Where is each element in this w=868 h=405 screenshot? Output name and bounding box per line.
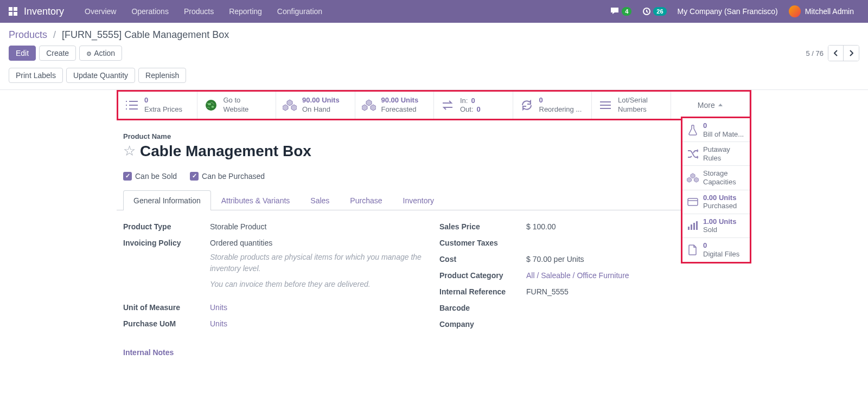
drop-putaway[interactable]: PutawayRules bbox=[682, 142, 750, 166]
drop-digital[interactable]: 0Digital Files bbox=[682, 238, 750, 262]
svg-rect-3 bbox=[14, 12, 17, 16]
tab-general-information[interactable]: General Information bbox=[123, 190, 211, 210]
tab-attributes-variants[interactable]: Attributes & Variants bbox=[211, 190, 301, 210]
user-name: Mitchell Admin bbox=[805, 7, 854, 16]
svg-point-6 bbox=[208, 103, 211, 105]
stat-button-row: 0Extra Prices Go toWebsite 90.00 UnitsOn… bbox=[117, 90, 751, 120]
list-icon bbox=[125, 98, 139, 112]
cubes-icon bbox=[362, 98, 376, 112]
stat-extra-prices[interactable]: 0Extra Prices bbox=[118, 92, 197, 119]
form-col-left: Product Type Storable Product Invoicing … bbox=[123, 222, 439, 336]
caret-up-icon bbox=[718, 104, 723, 106]
messages-button[interactable]: 4 bbox=[605, 0, 637, 23]
messages-badge: 4 bbox=[622, 7, 631, 16]
tab-inventory[interactable]: Inventory bbox=[393, 190, 445, 210]
stat-in-out[interactable]: In:0 Out:0 bbox=[434, 92, 513, 119]
svg-rect-1 bbox=[14, 7, 17, 11]
drop-bom[interactable]: 0Bill of Mate... bbox=[682, 118, 750, 142]
stat-website[interactable]: Go toWebsite bbox=[197, 92, 277, 119]
nav-products[interactable]: Products bbox=[176, 0, 221, 23]
tab-sales[interactable]: Sales bbox=[300, 190, 340, 210]
stat-forecasted[interactable]: 90.00 UnitsForecasted bbox=[355, 92, 435, 119]
stat-more[interactable]: More bbox=[671, 92, 750, 119]
file-icon bbox=[687, 244, 699, 256]
svg-rect-8 bbox=[688, 198, 698, 205]
svg-rect-0 bbox=[9, 7, 12, 11]
form-header: Product Name ☆ Cable Management Box bbox=[117, 120, 751, 164]
nav-overview[interactable]: Overview bbox=[77, 0, 124, 23]
drop-sold[interactable]: 1.00 UnitsSold bbox=[682, 214, 750, 238]
check-icon: ✓ bbox=[123, 172, 132, 181]
stat-on-hand[interactable]: 90.00 UnitsOn Hand bbox=[276, 92, 355, 119]
check-icon: ✓ bbox=[190, 172, 199, 181]
stat-lot-serial[interactable]: Lot/SerialNumbers bbox=[592, 92, 671, 119]
top-nav: Inventory Overview Operations Products R… bbox=[0, 0, 868, 23]
svg-point-7 bbox=[211, 106, 214, 108]
crumb-sep: / bbox=[53, 29, 56, 40]
pager-buttons bbox=[828, 45, 859, 61]
activities-button[interactable]: 26 bbox=[637, 0, 672, 23]
company-switcher[interactable]: My Company (San Francisco) bbox=[672, 0, 783, 23]
form-sheet: 0Extra Prices Go toWebsite 90.00 UnitsOn… bbox=[117, 90, 751, 368]
user-menu[interactable]: Mitchell Admin bbox=[783, 0, 859, 23]
chart-icon bbox=[687, 220, 699, 232]
drop-storage[interactable]: StorageCapacities bbox=[682, 166, 750, 190]
create-button[interactable]: Create bbox=[39, 46, 76, 61]
pager[interactable]: 5 / 76 bbox=[806, 49, 824, 57]
svg-rect-12 bbox=[696, 221, 698, 230]
form-body: Product Type Storable Product Invoicing … bbox=[117, 210, 751, 348]
update-qty-button[interactable]: Update Quantity bbox=[66, 68, 135, 83]
can-be-purchased-checkbox[interactable]: ✓Can be Purchased bbox=[190, 172, 265, 181]
apps-icon[interactable] bbox=[9, 7, 17, 16]
nav-operations[interactable]: Operations bbox=[124, 0, 176, 23]
field-uom: Unit of Measure Units bbox=[123, 303, 429, 312]
refresh-icon bbox=[520, 98, 534, 112]
shuffle-icon bbox=[687, 148, 699, 160]
tab-bar: General Information Attributes & Variant… bbox=[117, 190, 751, 210]
crumb-current: [FURN_5555] Cable Management Box bbox=[62, 29, 229, 40]
can-be-sold-checkbox[interactable]: ✓Can be Sold bbox=[123, 172, 177, 181]
pager-prev[interactable] bbox=[828, 46, 844, 61]
stat-more-dropdown: 0Bill of Mate... PutawayRules StorageCap… bbox=[681, 117, 751, 263]
internal-notes-header: Internal Notes bbox=[117, 348, 751, 368]
field-barcode: Barcode bbox=[439, 304, 745, 312]
cubes-icon bbox=[283, 98, 297, 112]
product-title: Cable Management Box bbox=[140, 143, 311, 160]
field-category: Product CategoryAll / Saleable / Office … bbox=[439, 271, 745, 280]
svg-rect-10 bbox=[691, 224, 692, 230]
field-internal-ref: Internal ReferenceFURN_5555 bbox=[439, 287, 745, 296]
favorite-star[interactable]: ☆ bbox=[123, 143, 136, 159]
svg-rect-11 bbox=[693, 223, 695, 230]
avatar bbox=[789, 5, 801, 17]
print-labels-button[interactable]: Print Labels bbox=[9, 68, 63, 83]
app-brand[interactable]: Inventory bbox=[24, 6, 64, 17]
edit-button[interactable]: Edit bbox=[9, 46, 36, 61]
drop-purchased[interactable]: 0.00 UnitsPurchased bbox=[682, 190, 750, 214]
field-purchase-uom: Purchase UoM Units bbox=[123, 319, 429, 328]
action-bar: Print Labels Update Quantity Replenish bbox=[0, 68, 868, 89]
card-icon bbox=[687, 196, 699, 208]
transfer-icon bbox=[441, 98, 455, 112]
globe-icon bbox=[204, 98, 218, 112]
pager-next[interactable] bbox=[844, 46, 859, 61]
activities-badge: 26 bbox=[653, 7, 666, 16]
svg-rect-9 bbox=[688, 227, 690, 230]
crumb-parent[interactable]: Products bbox=[9, 29, 47, 40]
svg-rect-2 bbox=[9, 12, 12, 16]
cubes-icon bbox=[687, 172, 699, 184]
action-button[interactable]: ⚙Action bbox=[79, 46, 122, 61]
svg-point-5 bbox=[206, 100, 216, 111]
nav-configuration[interactable]: Configuration bbox=[270, 0, 330, 23]
nav-reporting[interactable]: Reporting bbox=[221, 0, 270, 23]
replenish-button[interactable]: Replenish bbox=[138, 68, 186, 83]
flask-icon bbox=[687, 124, 699, 136]
product-name-label: Product Name bbox=[123, 132, 745, 140]
tab-purchase[interactable]: Purchase bbox=[340, 190, 392, 210]
bars-icon bbox=[598, 98, 612, 112]
stat-reordering[interactable]: 0Reordering ... bbox=[513, 92, 592, 119]
field-product-type: Product Type Storable Product bbox=[123, 222, 429, 231]
gear-icon: ⚙ bbox=[86, 50, 92, 57]
help-text: You can invoice them before they are del… bbox=[210, 279, 429, 290]
help-text: Storable products are physical items for… bbox=[210, 252, 429, 274]
toolbar: Edit Create ⚙Action 5 / 76 bbox=[0, 41, 868, 68]
